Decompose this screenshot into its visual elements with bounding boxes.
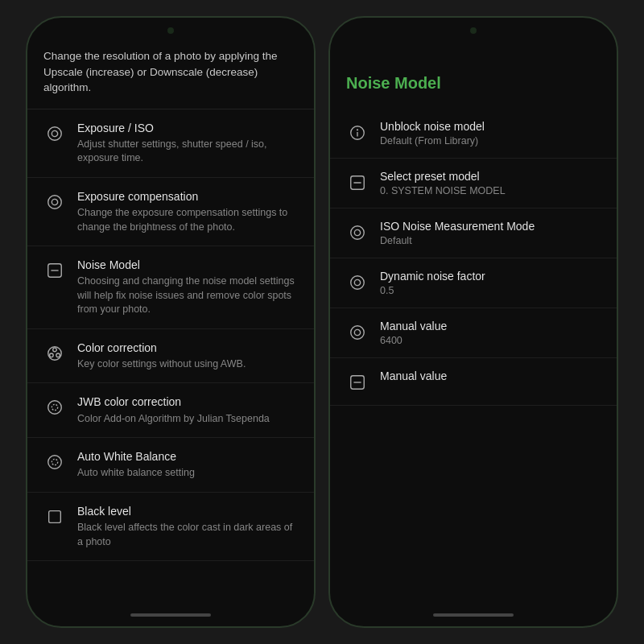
- left-phone: Change the resolution of a photo by appl…: [26, 16, 316, 628]
- svg-point-10: [48, 401, 62, 415]
- dynamic-noise-value: 0.5: [380, 285, 601, 296]
- menu-item-exposure-iso[interactable]: Exposure / ISO Adjust shutter settings, …: [27, 109, 314, 178]
- svg-point-20: [351, 226, 365, 240]
- menu-item-noise-model[interactable]: Noise Model Choosing and changing the no…: [27, 246, 314, 329]
- manual-1-value: 6400: [380, 335, 601, 346]
- svg-point-7: [53, 348, 57, 352]
- svg-point-12: [48, 456, 62, 469]
- exposure-iso-subtitle: Adjust shutter settings, shutter speed /…: [77, 138, 298, 166]
- iso-noise-title: ISO Noise Measurement Mode: [380, 220, 601, 233]
- manual-2-title: Manual value: [380, 369, 601, 382]
- svg-point-22: [351, 276, 365, 290]
- menu-item-exposure-comp[interactable]: Exposure compensation Change the exposur…: [27, 178, 314, 246]
- right-item-manual-1[interactable]: Manual value 6400: [330, 308, 617, 358]
- svg-point-17: [357, 130, 358, 130]
- minus-square-icon: [43, 259, 66, 282]
- jwb-title: JWB color correction: [77, 394, 298, 409]
- color-correction-subtitle: Key color settings without using AWB.: [77, 357, 298, 372]
- svg-point-24: [351, 326, 365, 340]
- svg-point-23: [354, 279, 360, 285]
- preset-title: Select preset model: [380, 170, 601, 183]
- preset-icon: [346, 171, 369, 194]
- svg-rect-14: [49, 510, 61, 522]
- svg-point-2: [48, 196, 62, 209]
- right-phone: Noise Model Unblock noise model Default …: [328, 16, 618, 628]
- right-item-dynamic-noise[interactable]: Dynamic noise factor 0.5: [330, 258, 617, 308]
- noise-model-title: Noise Model: [77, 258, 298, 272]
- svg-point-25: [354, 329, 360, 335]
- manual-1-icon: [346, 321, 369, 344]
- svg-point-11: [52, 405, 57, 411]
- right-item-manual-2[interactable]: Manual value: [330, 358, 617, 406]
- jwb-subtitle: Color Add-on Algorithm by Julian Tsepend…: [77, 412, 298, 427]
- dynamic-noise-title: Dynamic noise factor: [380, 270, 601, 283]
- home-bar: [130, 613, 211, 617]
- svg-point-9: [56, 353, 60, 357]
- camera-circle-2-icon: [43, 191, 66, 213]
- menu-item-black-level[interactable]: Black level Black level affects the colo…: [27, 493, 314, 561]
- iso-noise-value: Default: [380, 235, 601, 246]
- svg-point-3: [52, 199, 57, 204]
- black-level-title: Black level: [77, 504, 298, 518]
- exposure-comp-title: Exposure compensation: [77, 189, 298, 204]
- exposure-comp-subtitle: Change the exposure compensation setting…: [77, 206, 298, 234]
- preset-value: 0. SYSTEM NOISE MODEL: [380, 185, 601, 196]
- noise-model-header: Noise Model: [330, 42, 617, 109]
- svg-point-13: [52, 459, 57, 464]
- unblock-title: Unblock noise model: [380, 120, 601, 133]
- menu-item-color-correction[interactable]: Color correction Key color settings with…: [27, 329, 314, 384]
- color-correction-title: Color correction: [77, 341, 298, 355]
- black-level-subtitle: Black level affects the color cast in da…: [77, 521, 298, 549]
- right-item-iso-noise[interactable]: ISO Noise Measurement Mode Default: [330, 208, 617, 258]
- home-indicator: [27, 607, 314, 626]
- camera-circle-icon: [43, 122, 66, 145]
- right-item-unblock[interactable]: Unblock noise model Default (From Librar…: [330, 109, 617, 159]
- awb-icon: [43, 451, 66, 473]
- info-icon: [346, 122, 369, 144]
- menu-item-awb[interactable]: Auto White Balance Auto white balance se…: [27, 438, 314, 493]
- manual-1-title: Manual value: [380, 320, 601, 332]
- awb-subtitle: Auto white balance setting: [77, 466, 298, 481]
- awb-title: Auto White Balance: [77, 449, 298, 464]
- home-indicator-right: [330, 607, 617, 626]
- top-description: Change the resolution of a photo by appl…: [27, 48, 314, 109]
- svg-point-21: [354, 229, 360, 235]
- square-outline-icon: [43, 506, 66, 528]
- noise-model-subtitle: Choosing and changing the noise model se…: [77, 275, 298, 317]
- unblock-value: Default (From Library): [380, 135, 601, 147]
- circle-grid-icon: [43, 342, 66, 365]
- jwb-icon: [43, 396, 66, 419]
- manual-2-icon: [346, 371, 369, 394]
- svg-point-0: [48, 126, 62, 140]
- exposure-iso-title: Exposure / ISO: [77, 121, 298, 135]
- svg-point-1: [52, 130, 57, 136]
- right-item-preset[interactable]: Select preset model 0. SYSTEM NOISE MODE…: [330, 159, 617, 208]
- iso-noise-icon: [346, 221, 369, 244]
- svg-point-8: [50, 353, 54, 357]
- dynamic-noise-icon: [346, 271, 369, 294]
- menu-item-jwb[interactable]: JWB color correction Color Add-on Algori…: [27, 383, 314, 438]
- home-bar-right: [433, 613, 514, 617]
